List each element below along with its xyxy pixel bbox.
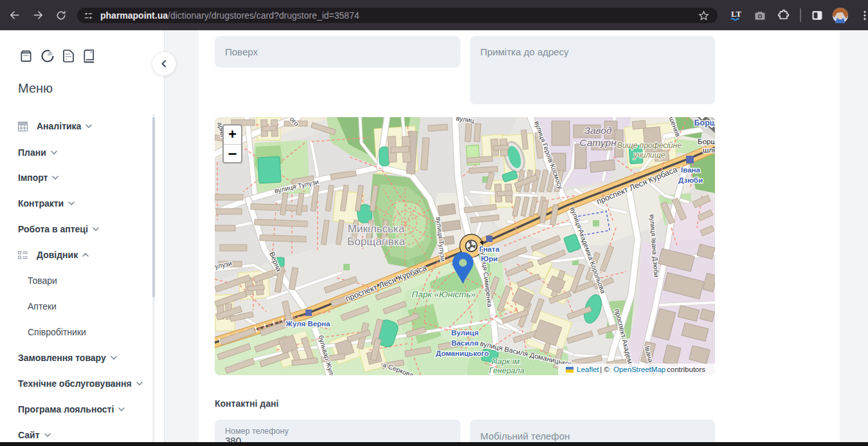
svg-text:Микільська: Микільська [348, 223, 405, 235]
svg-text:OpenStreetMap: OpenStreetMap [613, 366, 665, 373]
svg-text:Парк ім.: Парк ім. [491, 357, 521, 366]
svg-text:Вище професійне: Вище професійне [617, 141, 682, 150]
svg-text:Вулиця: Вулиця [451, 329, 479, 337]
svg-text:Доманицького: Доманицького [436, 349, 489, 357]
svg-text:Leaflet: Leaflet [577, 366, 599, 373]
svg-text:Завод: Завод [584, 125, 612, 136]
svg-text:шля: шля [703, 146, 715, 154]
svg-text:LT: LT [731, 9, 741, 19]
svg-text:contributors: contributors [667, 366, 705, 373]
svg-text:| ©: | © [600, 366, 610, 373]
svg-text:Гната: Гната [479, 245, 500, 253]
svg-text:Івана: Івана [681, 166, 700, 174]
svg-text:Василя: Василя [451, 339, 478, 347]
svg-text:училище: училище [633, 151, 665, 160]
svg-text:Сатурн: Сатурн [579, 137, 617, 148]
svg-text:Борщ: Борщ [698, 138, 715, 145]
svg-text:Дзюби: Дзюби [678, 176, 703, 184]
svg-text:Юри: Юри [481, 255, 498, 263]
svg-text:Генерала: Генерала [489, 366, 525, 375]
svg-text:Жуля Верна: Жуля Верна [285, 320, 331, 328]
svg-text:Борщ: Борщ [694, 118, 715, 127]
svg-text:Парк «Юність»: Парк «Юність» [411, 290, 475, 299]
svg-text:Борщагівка: Борщагівка [347, 236, 405, 248]
